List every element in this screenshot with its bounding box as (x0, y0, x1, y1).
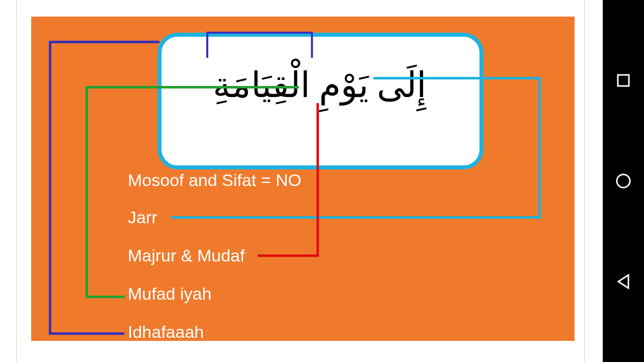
bracket-left-v (206, 32, 208, 58)
idhaf-line-v (49, 41, 51, 335)
jarr-line-v-right (538, 77, 541, 219)
label-idhafaaah: Idhafaaah (128, 322, 204, 342)
home-icon[interactable] (603, 168, 644, 194)
majrur-line-h (258, 254, 319, 257)
label-jarr: Jarr (128, 208, 157, 227)
bracket-top (206, 32, 313, 34)
mufad-line-v (86, 86, 88, 298)
label-mufad-iyah: Mufad iyah (128, 284, 211, 304)
idhaf-line-h-bottom (49, 332, 124, 335)
bracket-right-v (311, 32, 313, 58)
android-nav-bar (603, 0, 644, 362)
recent-apps-icon[interactable] (603, 68, 644, 93)
page-container: إِلَى يَوْمِ الْقِيَامَةِ Mosoof and Sif… (0, 0, 586, 362)
mufad-line-h-bottom (86, 296, 125, 298)
label-mosoof-sifat: Mosoof and Sifat = NO (128, 170, 301, 190)
jarr-line-h-top (373, 77, 541, 79)
back-icon[interactable] (603, 269, 644, 294)
idhaf-line-h-top (49, 41, 159, 43)
svg-point-1 (617, 174, 630, 188)
arabic-text: إِلَى يَوْمِ الْقِيَامَةِ (161, 64, 478, 106)
slide: إِلَى يَوْمِ الْقِيَامَةِ Mosoof and Sif… (31, 17, 575, 341)
svg-rect-0 (618, 75, 629, 86)
majrur-line-v (316, 103, 319, 257)
mufad-line-h-top (86, 86, 299, 88)
label-majrur-mudaf: Majrur & Mudaf (128, 246, 245, 265)
jarr-line-h-bottom (171, 216, 541, 219)
